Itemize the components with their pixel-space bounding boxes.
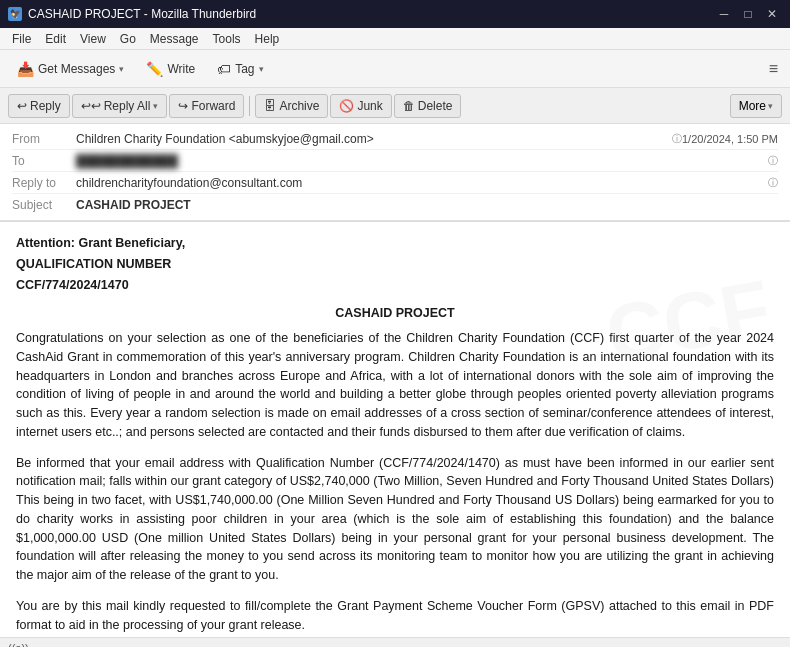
titlebar-controls[interactable]: ─ □ ✕ [714, 4, 782, 24]
archive-icon: 🗄 [264, 99, 276, 113]
tag-icon: 🏷 [217, 61, 231, 77]
subject-value: CASHAID PROJECT [76, 198, 778, 212]
delete-icon: 🗑 [403, 99, 415, 113]
close-button[interactable]: ✕ [762, 4, 782, 24]
more-dropdown-arrow[interactable]: ▾ [768, 101, 773, 111]
to-label: To [12, 154, 76, 168]
subject-row: Subject CASHAID PROJECT [12, 194, 778, 216]
from-info-icon[interactable]: ⓘ [672, 132, 682, 146]
toolbar-sep-1 [249, 96, 250, 116]
replyto-row: Reply to childrencharityfoundation@consu… [12, 172, 778, 194]
statusbar: ((o)) [0, 637, 790, 647]
junk-icon: 🚫 [339, 99, 354, 113]
minimize-button[interactable]: ─ [714, 4, 734, 24]
menu-go[interactable]: Go [114, 30, 142, 48]
write-icon: ✏️ [146, 61, 163, 77]
menu-file[interactable]: File [6, 30, 37, 48]
get-messages-button[interactable]: 📥 Get Messages ▾ [8, 56, 133, 82]
replyto-label: Reply to [12, 176, 76, 190]
titlebar-left: 🦅 CASHAID PROJECT - Mozilla Thunderbird [8, 7, 256, 21]
body-paragraph2: Be informed that your email address with… [16, 454, 774, 585]
reply-all-icon: ↩↩ [81, 99, 101, 113]
main-toolbar: 📥 Get Messages ▾ ✏️ Write 🏷 Tag ▾ ≡ [0, 50, 790, 88]
menu-view[interactable]: View [74, 30, 112, 48]
reply-icon: ↩ [17, 99, 27, 113]
attention-line2: QUALIFICATION NUMBER [16, 255, 774, 274]
archive-button[interactable]: 🗄 Archive [255, 94, 328, 118]
window-title: CASHAID PROJECT - Mozilla Thunderbird [28, 7, 256, 21]
from-row: From Children Charity Foundation <abumsk… [12, 128, 778, 150]
from-value: Children Charity Foundation <abumskyjoe@… [76, 132, 668, 146]
email-center-title: CASHAID PROJECT [16, 304, 774, 323]
tag-dropdown[interactable]: ▾ [259, 64, 264, 74]
maximize-button[interactable]: □ [738, 4, 758, 24]
get-messages-dropdown[interactable]: ▾ [119, 64, 124, 74]
forward-button[interactable]: ↪ Forward [169, 94, 244, 118]
forward-icon: ↪ [178, 99, 188, 113]
to-info-icon[interactable]: ⓘ [768, 154, 778, 168]
reply-all-dropdown[interactable]: ▾ [153, 101, 158, 111]
menubar: File Edit View Go Message Tools Help [0, 28, 790, 50]
menu-tools[interactable]: Tools [207, 30, 247, 48]
menu-edit[interactable]: Edit [39, 30, 72, 48]
menu-message[interactable]: Message [144, 30, 205, 48]
menu-help[interactable]: Help [249, 30, 286, 48]
get-messages-icon: 📥 [17, 61, 34, 77]
write-button[interactable]: ✏️ Write [137, 56, 204, 82]
more-button[interactable]: More ▾ [730, 94, 782, 118]
email-body: CCF Attention: Grant Beneficiary, QUALIF… [0, 222, 790, 637]
email-toolbar: ↩ Reply ↩↩ Reply All ▾ ↪ Forward 🗄 Archi… [0, 88, 790, 124]
replyto-info-icon[interactable]: ⓘ [768, 176, 778, 190]
email-fields: From Children Charity Foundation <abumsk… [0, 124, 790, 221]
attention-line3: CCF/774/2024/1470 [16, 276, 774, 295]
email-date: 1/20/2024, 1:50 PM [682, 133, 778, 145]
app-icon: 🦅 [8, 7, 22, 21]
to-value: ████████████ [76, 154, 764, 168]
body-paragraph3: You are by this mail kindly requested to… [16, 597, 774, 635]
body-paragraph1: Congratulations on your selection as one… [16, 329, 774, 442]
from-label: From [12, 132, 76, 146]
hamburger-menu[interactable]: ≡ [765, 56, 782, 82]
delete-button[interactable]: 🗑 Delete [394, 94, 462, 118]
junk-button[interactable]: 🚫 Junk [330, 94, 391, 118]
tag-button[interactable]: 🏷 Tag ▾ [208, 56, 272, 82]
titlebar: 🦅 CASHAID PROJECT - Mozilla Thunderbird … [0, 0, 790, 28]
statusbar-icon: ((o)) [8, 642, 29, 648]
reply-button[interactable]: ↩ Reply [8, 94, 70, 118]
subject-label: Subject [12, 198, 76, 212]
attention-line1: Attention: Grant Beneficiary, [16, 234, 774, 253]
reply-all-button[interactable]: ↩↩ Reply All ▾ [72, 94, 168, 118]
email-header: ↩ Reply ↩↩ Reply All ▾ ↪ Forward 🗄 Archi… [0, 88, 790, 222]
to-row: To ████████████ ⓘ [12, 150, 778, 172]
replyto-value: childrencharityfoundation@consultant.com [76, 176, 764, 190]
